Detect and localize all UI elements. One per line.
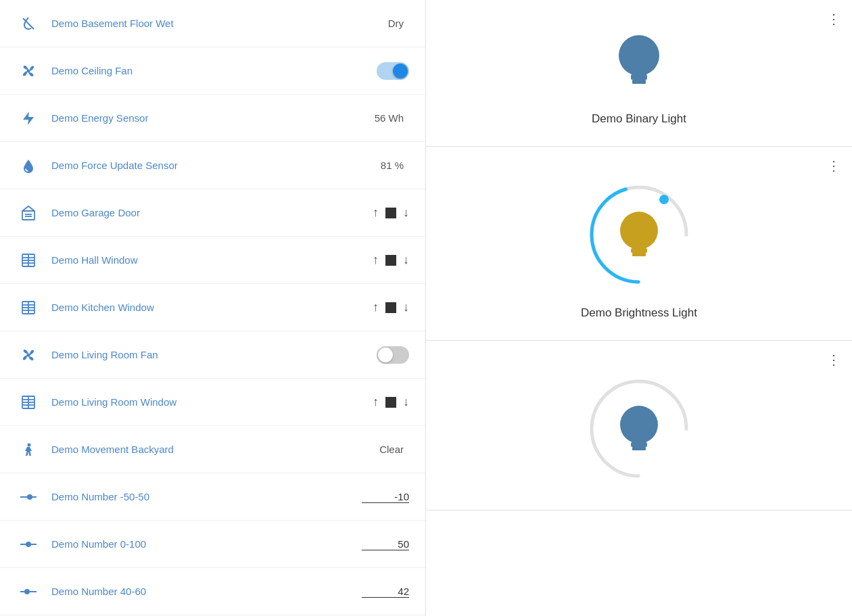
number-input-0-100[interactable]: 50	[362, 538, 409, 550]
binary-light-icon	[605, 27, 673, 101]
device-name-number-50-50: Demo Number -50-50	[51, 491, 362, 502]
slider-icon-3	[16, 588, 41, 596]
card-brightness-content: Demo Brightness Light	[442, 160, 836, 327]
svg-marker-2	[23, 112, 34, 125]
garage-close-btn[interactable]: ↓	[403, 206, 409, 220]
drop-icon	[16, 158, 41, 174]
brightness-dial[interactable]	[578, 174, 700, 295]
card-brightness-menu-btn[interactable]: ⋮	[827, 158, 841, 174]
svg-point-39	[620, 406, 658, 444]
living-room-window-controls: ↑ ↓	[373, 395, 409, 409]
kitchen-window-close-btn[interactable]: ↓	[403, 300, 409, 314]
device-name-hall-window: Demo Hall Window	[51, 254, 373, 266]
hall-window-stop-btn[interactable]	[385, 255, 396, 266]
device-value-force-update: 81 %	[381, 160, 404, 171]
device-name-force-update: Demo Force Update Sensor	[51, 160, 381, 171]
water-off-icon	[16, 16, 41, 32]
device-row-garage-door: Demo Garage Door ↑ ↓	[0, 189, 425, 237]
garage-open-btn[interactable]: ↑	[373, 206, 379, 220]
kitchen-window-stop-btn[interactable]	[385, 302, 396, 313]
card-brightness-light-title: Demo Brightness Light	[581, 306, 697, 320]
garage-icon	[16, 205, 41, 221]
device-row-force-update: Demo Force Update Sensor 81 %	[0, 142, 425, 189]
hall-window-controls: ↑ ↓	[373, 253, 409, 267]
lightning-icon	[16, 110, 41, 126]
number-input-50-50[interactable]: -10	[362, 491, 409, 503]
living-room-fan-toggle[interactable]	[377, 346, 409, 364]
garage-stop-btn[interactable]	[385, 208, 396, 218]
device-name-ceiling-fan: Demo Ceiling Fan	[51, 65, 377, 76]
svg-point-35	[620, 212, 658, 250]
fan-icon-living	[16, 347, 41, 363]
ceiling-fan-toggle[interactable]	[377, 62, 409, 80]
device-name-number-40-60: Demo Number 40-60	[51, 586, 362, 597]
svg-rect-41	[632, 447, 646, 450]
device-row-hall-window: Demo Hall Window ↑ ↓	[0, 237, 425, 284]
card-binary-light-title: Demo Binary Light	[592, 112, 686, 126]
window-icon-living	[16, 394, 41, 410]
card-binary-content: Demo Binary Light	[442, 14, 836, 133]
living-room-window-close-btn[interactable]: ↓	[403, 395, 409, 409]
device-name-energy: Demo Energy Sensor	[51, 112, 375, 124]
device-row-living-room-window: Demo Living Room Window ↑ ↓	[0, 379, 425, 426]
svg-point-22	[28, 443, 31, 446]
card-brightness-light: ⋮ Demo Brightness Light	[426, 147, 852, 341]
device-row-number-40-60: Demo Number 40-60 42	[0, 568, 425, 615]
hall-window-open-btn[interactable]: ↑	[373, 253, 379, 267]
device-name-number-0-100: Demo Number 0-100	[51, 538, 362, 550]
card-third-menu-btn[interactable]: ⋮	[827, 352, 841, 368]
svg-point-29	[619, 35, 659, 76]
device-value-movement-backyard: Clear	[379, 444, 404, 455]
svg-point-16	[27, 353, 30, 356]
card-third-light: ⋮	[426, 341, 852, 511]
svg-rect-40	[631, 442, 647, 447]
device-value-energy: 56 Wh	[375, 112, 404, 124]
device-list: Demo Basement Floor Wet Dry Demo Ceiling…	[0, 0, 426, 616]
slider-icon-1	[16, 493, 41, 501]
card-third-content	[442, 354, 836, 496]
window-icon-kitchen	[16, 300, 41, 316]
garage-controls: ↑ ↓	[373, 206, 409, 220]
svg-rect-36	[631, 248, 647, 253]
svg-rect-30	[631, 74, 647, 80]
device-row-movement-backyard: Demo Movement Backyard Clear	[0, 426, 425, 473]
device-name-basement: Demo Basement Floor Wet	[51, 18, 388, 29]
light-cards-panel: ⋮ Demo Binary Light ⋮	[426, 0, 852, 616]
svg-point-34	[659, 195, 669, 204]
device-row-number-50-50: Demo Number -50-50 -10	[0, 473, 425, 521]
living-room-window-open-btn[interactable]: ↑	[373, 395, 379, 409]
card-binary-menu-btn[interactable]: ⋮	[827, 11, 841, 27]
person-icon	[16, 442, 41, 458]
brightness-dial-svg	[578, 174, 700, 295]
living-room-window-stop-btn[interactable]	[385, 397, 396, 408]
device-name-living-room-fan: Demo Living Room Fan	[51, 349, 377, 360]
window-icon-hall	[16, 252, 41, 268]
slider-icon-2	[16, 540, 41, 548]
svg-rect-31	[632, 80, 646, 84]
device-name-garage: Demo Garage Door	[51, 207, 373, 218]
svg-rect-3	[22, 211, 34, 220]
device-row-kitchen-window: Demo Kitchen Window ↑ ↓	[0, 284, 425, 331]
device-value-basement: Dry	[388, 18, 404, 29]
svg-point-28	[24, 589, 30, 594]
device-row-living-room-fan: Demo Living Room Fan	[0, 331, 425, 379]
device-row-basement-floor-wet: Demo Basement Floor Wet Dry	[0, 0, 425, 47]
device-name-movement-backyard: Demo Movement Backyard	[51, 444, 379, 455]
kitchen-window-open-btn[interactable]: ↑	[373, 300, 379, 314]
svg-point-26	[26, 542, 31, 547]
fan-icon-ceiling	[16, 63, 41, 79]
card-binary-light: ⋮ Demo Binary Light	[426, 0, 852, 147]
device-row-energy-sensor: Demo Energy Sensor 56 Wh	[0, 95, 425, 142]
hall-window-close-btn[interactable]: ↓	[403, 253, 409, 267]
device-row-ceiling-fan: Demo Ceiling Fan	[0, 47, 425, 95]
device-row-number-0-100: Demo Number 0-100 50	[0, 521, 425, 568]
kitchen-window-controls: ↑ ↓	[373, 300, 409, 314]
device-name-living-room-window: Demo Living Room Window	[51, 396, 373, 408]
svg-point-24	[27, 494, 32, 500]
number-input-40-60[interactable]: 42	[362, 586, 409, 598]
third-dial-svg	[578, 368, 700, 490]
device-name-kitchen-window: Demo Kitchen Window	[51, 302, 373, 313]
svg-point-1	[27, 69, 30, 72]
svg-rect-37	[632, 253, 646, 256]
